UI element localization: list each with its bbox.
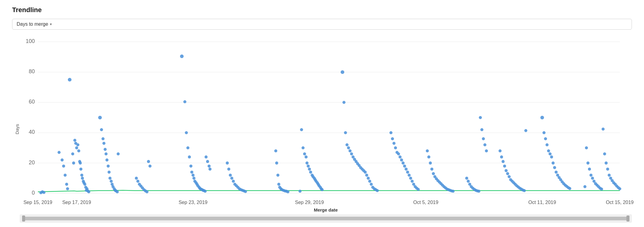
svg-point-22 — [68, 78, 71, 81]
svg-point-75 — [147, 160, 150, 163]
svg-point-100 — [209, 168, 212, 171]
svg-point-33 — [80, 174, 83, 177]
svg-point-223 — [503, 165, 506, 168]
svg-point-50 — [100, 128, 103, 131]
svg-point-44 — [61, 159, 64, 162]
scrollbar-handle-left[interactable] — [22, 215, 25, 222]
svg-point-244 — [550, 156, 553, 159]
svg-point-151 — [350, 153, 353, 156]
chart-area: Days — [12, 36, 632, 223]
svg-point-187 — [417, 188, 420, 191]
svg-point-192 — [432, 172, 435, 175]
svg-point-144 — [320, 188, 324, 191]
svg-point-214 — [477, 190, 480, 193]
svg-point-67 — [135, 177, 138, 180]
svg-point-29 — [77, 150, 80, 153]
svg-point-148 — [346, 143, 349, 146]
svg-point-126 — [300, 128, 303, 131]
svg-point-176 — [400, 159, 403, 162]
svg-point-115 — [275, 162, 278, 165]
svg-point-179 — [405, 168, 408, 171]
svg-point-27 — [75, 146, 78, 150]
svg-point-48 — [66, 187, 69, 190]
svg-text:Sep 29, 2019: Sep 29, 2019 — [295, 199, 324, 205]
svg-point-247 — [555, 171, 558, 174]
svg-point-269 — [602, 127, 605, 130]
svg-point-258 — [585, 146, 588, 150]
svg-point-239 — [543, 131, 546, 134]
svg-text:Oct 15, 2019: Oct 15, 2019 — [606, 199, 634, 205]
svg-point-161 — [365, 174, 368, 177]
chart-scrollbar[interactable] — [20, 214, 632, 223]
svg-point-222 — [501, 160, 504, 163]
chart-inner: 100 80 60 40 20 0 Sep 15, 2019 Sep 17, 2… — [20, 36, 632, 223]
svg-point-272 — [606, 168, 609, 171]
svg-point-24 — [72, 162, 75, 165]
svg-point-240 — [544, 137, 547, 140]
svg-point-150 — [349, 150, 352, 153]
svg-point-171 — [393, 142, 396, 145]
svg-point-32 — [79, 168, 82, 171]
svg-point-243 — [549, 153, 552, 156]
metric-dropdown[interactable]: Days to merge ▾ — [12, 19, 632, 30]
scrollbar-thumb[interactable] — [22, 217, 629, 220]
svg-point-98 — [206, 160, 209, 163]
svg-point-81 — [188, 156, 191, 159]
chevron-down-icon: ▾ — [50, 22, 52, 26]
svg-point-124 — [286, 190, 289, 193]
svg-point-54 — [104, 153, 107, 156]
svg-point-99 — [208, 165, 211, 168]
svg-point-183 — [411, 180, 414, 183]
svg-point-80 — [186, 146, 189, 150]
svg-point-103 — [229, 174, 232, 177]
scrollbar-handle-right[interactable] — [626, 215, 629, 222]
svg-point-34 — [81, 177, 84, 180]
svg-point-116 — [276, 174, 279, 177]
svg-text:100: 100 — [26, 38, 35, 44]
svg-text:Sep 23, 2019: Sep 23, 2019 — [179, 199, 207, 205]
svg-point-163 — [368, 180, 371, 183]
svg-point-82 — [189, 165, 192, 168]
svg-point-218 — [483, 143, 486, 146]
svg-point-181 — [408, 174, 411, 177]
svg-point-78 — [183, 100, 186, 103]
svg-point-226 — [508, 175, 511, 178]
svg-point-56 — [107, 165, 110, 168]
svg-point-191 — [430, 168, 433, 171]
svg-text:Sep 15, 2019: Sep 15, 2019 — [23, 199, 52, 205]
svg-point-117 — [277, 183, 280, 186]
svg-point-125 — [298, 190, 301, 193]
svg-point-170 — [391, 137, 394, 140]
svg-point-31 — [79, 162, 82, 165]
svg-point-79 — [185, 131, 188, 134]
svg-point-216 — [480, 128, 483, 131]
svg-point-37 — [83, 183, 86, 186]
svg-point-164 — [370, 183, 373, 186]
svg-text:Sep 17, 2019: Sep 17, 2019 — [62, 199, 91, 205]
svg-point-76 — [149, 165, 152, 168]
svg-point-147 — [344, 131, 347, 134]
svg-text:80: 80 — [29, 68, 35, 74]
svg-point-43 — [58, 151, 61, 154]
svg-point-207 — [467, 180, 470, 183]
svg-point-260 — [588, 168, 591, 171]
chart-plot: 100 80 60 40 20 0 Sep 15, 2019 Sep 17, 2… — [20, 36, 632, 206]
svg-point-168 — [376, 189, 379, 192]
scrollbar-track — [22, 217, 629, 220]
svg-point-49 — [98, 116, 102, 119]
y-axis-label: Days — [12, 36, 20, 223]
svg-point-46 — [64, 174, 67, 177]
svg-point-262 — [591, 177, 594, 180]
svg-point-52 — [102, 142, 105, 145]
svg-point-206 — [465, 177, 468, 180]
svg-point-25 — [73, 139, 76, 142]
x-axis-label: Merge date — [20, 207, 632, 214]
svg-point-128 — [303, 153, 306, 156]
svg-point-237 — [524, 129, 527, 132]
svg-point-268 — [600, 188, 603, 191]
svg-point-101 — [226, 162, 229, 165]
svg-point-273 — [608, 174, 611, 177]
svg-point-85 — [192, 177, 196, 180]
svg-point-259 — [586, 162, 590, 165]
svg-point-242 — [547, 150, 550, 153]
